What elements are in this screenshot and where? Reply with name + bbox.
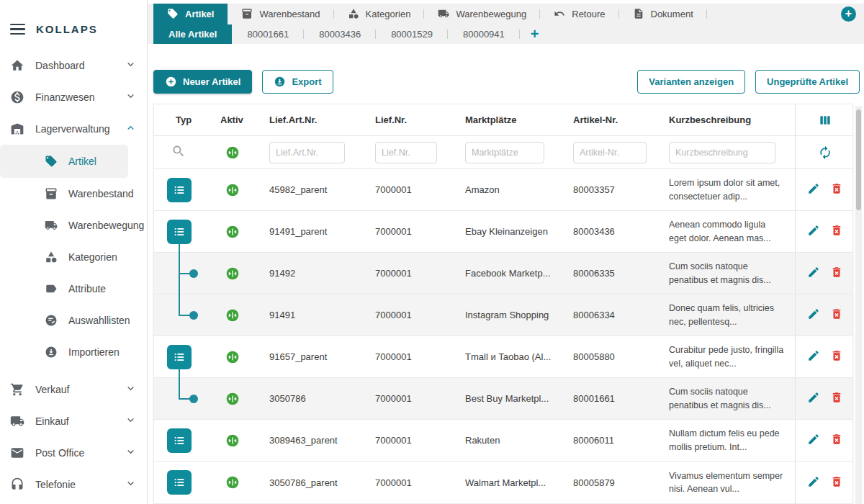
tab-artikel[interactable]: Artikel xyxy=(153,4,228,24)
sidebar-subitem-auswahllisten[interactable]: Auswahllisten xyxy=(0,305,147,336)
tab-label: Warenbestand xyxy=(259,9,320,19)
edit-button[interactable] xyxy=(807,266,820,281)
parent-article-type-badge[interactable] xyxy=(167,220,192,244)
active-status-toggle[interactable] xyxy=(213,225,262,239)
sidebar-item-telefonie[interactable]: Telefonie xyxy=(0,469,147,500)
article-tab-label: 80001529 xyxy=(391,29,433,40)
sidebar-item-verkauf[interactable]: Verkauf xyxy=(0,374,147,405)
scrollbar-thumb[interactable] xyxy=(856,109,861,210)
delete-button[interactable] xyxy=(830,433,843,448)
tree-node-dot xyxy=(189,311,198,320)
article-tab-alle-artikel[interactable]: Alle Artikel xyxy=(153,24,232,44)
table-row[interactable]: 91657_parent7000001Tmall и Taobao (Al...… xyxy=(154,336,852,378)
active-status-toggle[interactable] xyxy=(213,350,262,364)
chev-up-icon xyxy=(125,122,137,134)
aktiv-filter-toggle[interactable] xyxy=(213,145,262,160)
add-article-tab-button[interactable]: + xyxy=(520,24,550,44)
table-row[interactable]: 914927000001Facebook Marketp...80006335C… xyxy=(154,253,852,294)
edit-button[interactable] xyxy=(807,433,820,448)
active-status-toggle[interactable] xyxy=(213,183,262,197)
tab-warenbewegung[interactable]: Warenbewegung xyxy=(424,4,540,24)
typ-cell xyxy=(154,378,213,419)
edit-button[interactable] xyxy=(807,475,820,490)
sidebar-header: KOLLAPS xyxy=(0,0,147,50)
lief-art-nr-filter-input[interactable] xyxy=(269,142,345,163)
tab-warenbestand[interactable]: Warenbestand xyxy=(228,4,333,24)
add-module-tab-button[interactable]: + xyxy=(841,6,856,22)
article-tab-80001661[interactable]: 80001661 xyxy=(232,24,304,44)
parent-article-type-badge[interactable] xyxy=(167,470,192,495)
kurzbeschreibung-filter-input[interactable] xyxy=(669,142,775,163)
delete-button[interactable] xyxy=(830,266,843,281)
tab-retoure[interactable]: Retoure xyxy=(540,4,618,24)
sidebar-subitem-attribute[interactable]: Attribute xyxy=(0,273,147,305)
sidebar-item-label: Einkauf xyxy=(35,415,69,427)
sidebar-item-label: Telefonie xyxy=(35,479,76,490)
lief-nr-cell: 7000001 xyxy=(368,351,458,362)
table-row[interactable]: 3089463_parent7000001Rakuten80006011Null… xyxy=(154,420,852,462)
trash-icon xyxy=(830,475,843,488)
article-tab-label: Alle Artikel xyxy=(168,29,217,40)
active-status-toggle[interactable] xyxy=(213,266,262,281)
edit-button[interactable] xyxy=(807,307,820,323)
sidebar-item-einkauf[interactable]: Einkauf xyxy=(0,405,147,437)
article-tab-80000941[interactable]: 80000941 xyxy=(448,24,520,44)
list-white-icon xyxy=(172,225,186,239)
download-circle-icon xyxy=(274,76,286,88)
sidebar-item-dashboard[interactable]: Dashboard xyxy=(0,50,147,81)
table-row[interactable]: 30507867000001Best Buy Marketpl...800016… xyxy=(154,378,852,420)
new-article-label: Neuer Artikel xyxy=(183,76,240,87)
delete-button[interactable] xyxy=(830,391,843,406)
column-settings-button[interactable] xyxy=(795,104,854,135)
label-icon xyxy=(45,282,58,295)
export-button[interactable]: Export xyxy=(262,70,333,94)
lief-nr-filter-input[interactable] xyxy=(375,142,437,163)
tree-node-dot xyxy=(189,269,198,278)
main-tab-bar: ArtikelWarenbestandKategorienWarenbewegu… xyxy=(148,4,864,24)
parent-article-type-badge[interactable] xyxy=(167,178,192,202)
sidebar-item-lagerverwaltung[interactable]: Lagerverwaltung xyxy=(0,113,147,145)
parent-article-type-badge[interactable] xyxy=(167,428,192,453)
header-typ: Typ xyxy=(154,114,213,125)
marktplaetze-filter-input[interactable] xyxy=(465,142,544,163)
table-row[interactable]: 45982_parent7000001Amazon80003357Lorem i… xyxy=(154,169,852,211)
delete-button[interactable] xyxy=(830,349,843,364)
show-variants-button[interactable]: Varianten anzeigen xyxy=(637,70,745,94)
edit-button[interactable] xyxy=(807,391,820,406)
sidebar-item-post-office[interactable]: Post Office xyxy=(0,437,147,469)
active-status-toggle[interactable] xyxy=(213,392,262,406)
tab-kategorien[interactable]: Kategorien xyxy=(334,4,425,24)
sidebar-subitem-artikel[interactable]: Artikel xyxy=(0,145,128,178)
article-tab-80001529[interactable]: 80001529 xyxy=(376,24,448,44)
sidebar-subitem-importieren[interactable]: Importieren xyxy=(0,336,147,368)
new-article-button[interactable]: Neuer Artikel xyxy=(153,70,252,94)
delete-button[interactable] xyxy=(830,224,843,239)
delete-button[interactable] xyxy=(830,475,843,490)
edit-button[interactable] xyxy=(807,224,820,239)
edit-button[interactable] xyxy=(807,349,820,364)
refresh-button[interactable] xyxy=(795,136,854,168)
edit-button[interactable] xyxy=(807,182,820,197)
delete-button[interactable] xyxy=(830,307,843,323)
active-status-toggle[interactable] xyxy=(213,475,262,490)
tab-dokument[interactable]: Dokument xyxy=(619,4,707,24)
home-icon xyxy=(10,58,24,73)
article-tab-80003436[interactable]: 80003436 xyxy=(304,24,376,44)
unchecked-articles-button[interactable]: Ungeprüfte Artikel xyxy=(755,70,860,94)
active-status-toggle[interactable] xyxy=(213,433,262,448)
sidebar-item-finanzwesen[interactable]: Finanzwesen xyxy=(0,81,147,113)
return-icon xyxy=(554,8,565,19)
parent-article-type-badge[interactable] xyxy=(167,345,192,369)
sidebar-subitem-warenbewegung[interactable]: Warenbewegung xyxy=(0,210,147,241)
table-row[interactable]: 91491_parent7000001Ebay Kleinanzeigen800… xyxy=(154,211,852,253)
artikel-nr-filter-input[interactable] xyxy=(573,142,647,163)
active-status-toggle[interactable] xyxy=(213,308,262,323)
delete-button[interactable] xyxy=(830,182,843,197)
table-row[interactable]: 3050786_parent7000001Walmart Marketpl...… xyxy=(154,462,852,503)
menu-icon[interactable] xyxy=(10,24,25,35)
typ-cell xyxy=(154,211,213,252)
pencil-icon xyxy=(807,349,820,362)
sidebar-subitem-kategorien[interactable]: Kategorien xyxy=(0,241,147,273)
table-row[interactable]: 914917000001Instagram Shopping80006334Do… xyxy=(154,294,852,336)
sidebar-subitem-warenbestand[interactable]: Warenbestand xyxy=(0,178,147,210)
